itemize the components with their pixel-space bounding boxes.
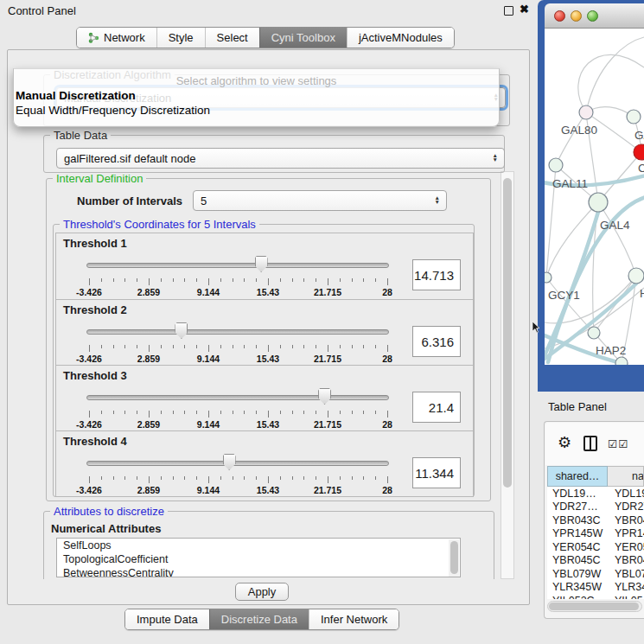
tab-discretize-data[interactable]: Discretize Data <box>209 609 309 629</box>
slider-tick-label: 28 <box>382 354 392 364</box>
slider-tick <box>220 345 221 348</box>
slider-tick <box>244 476 245 480</box>
list-scrollbar-thumb[interactable] <box>450 541 458 574</box>
apply-button[interactable]: Apply <box>235 583 289 601</box>
network-icon <box>88 32 99 43</box>
tab-label: Cyni Toolbox <box>271 31 335 44</box>
cyni-mode-tabbar: Impute DataDiscretize DataInfer Network <box>124 609 399 630</box>
slider-handle[interactable] <box>255 256 268 272</box>
slider-track[interactable] <box>86 395 389 400</box>
table-row[interactable]: YDL19…YDL19 <box>547 487 644 501</box>
column-header-shared-name[interactable]: shared… <box>547 466 608 487</box>
selected-red-node[interactable] <box>634 144 644 160</box>
threshold-value-field[interactable]: 14.713 <box>412 259 461 290</box>
popup-item-manual-discretization[interactable]: Manual Discretization <box>16 89 136 102</box>
slider-handle[interactable] <box>175 322 188 339</box>
columns-icon[interactable] <box>583 436 597 451</box>
slider-tick <box>303 278 304 282</box>
tab-jactivemnodules[interactable]: jActiveMNodules <box>347 28 454 48</box>
tab-cyni-toolbox[interactable]: Cyni Toolbox <box>259 28 347 48</box>
slider-tick <box>137 411 137 414</box>
fieldset-label: Threshold's Coordinates for 5 Intervals <box>60 218 259 231</box>
slider-tick <box>244 345 245 348</box>
tab-select[interactable]: Select <box>205 28 259 48</box>
table-scrollbar-thumb[interactable] <box>549 603 639 610</box>
slider-track[interactable] <box>86 329 389 335</box>
popup-placeholder-item[interactable]: Select algorithm to view settings <box>14 74 499 87</box>
list-scrollbar[interactable] <box>449 539 459 577</box>
right-node[interactable] <box>628 268 644 284</box>
close-icon[interactable]: ✖ <box>520 3 529 16</box>
threshold-value-field[interactable]: 6.316 <box>412 326 461 357</box>
cell-shared-name: YIL052C <box>547 595 608 599</box>
slider-tick <box>292 345 293 348</box>
threshold-row-1: Threshold 1-3.4262.8599.14415.4321.71528… <box>56 233 473 299</box>
threshold-value-field[interactable]: 11.344 <box>412 457 461 488</box>
interval-definition-fieldset: Interval Definition Number of Intervals … <box>46 178 491 501</box>
cell-shared-name: YPR145W <box>547 527 608 539</box>
popup-item-equal-width-frequency[interactable]: Equal Width/Frequency Discretization <box>16 104 210 117</box>
top-right-node[interactable] <box>627 110 641 124</box>
table-row[interactable]: YBR045CYBR04 <box>547 554 644 568</box>
slider-tick-label: 21.715 <box>314 354 341 364</box>
GAL11-node[interactable] <box>549 158 563 172</box>
numerical-attributes-list[interactable]: SelfLoopsTopologicalCoefficientBetweenne… <box>56 538 461 577</box>
threshold-value-field[interactable]: 21.4 <box>412 392 461 423</box>
slider-tick <box>352 411 353 414</box>
table-data-combobox[interactable]: galFiltered.sif default node ▲▼ <box>56 148 505 169</box>
slider-tick <box>208 278 209 285</box>
table-row[interactable]: YBR043CYBR04 <box>547 513 644 527</box>
attribute-list-item[interactable]: SelfLoops <box>57 539 460 552</box>
slider-track[interactable] <box>86 263 389 268</box>
tab-label: jActiveMNodules <box>359 31 443 44</box>
threshold-rows: Threshold 1-3.4262.8599.14415.4321.71528… <box>55 233 474 497</box>
slider-track[interactable] <box>86 461 389 466</box>
cell-name: YBL07 <box>608 568 644 580</box>
slider-tick <box>363 278 364 282</box>
gear-icon[interactable]: ⚙ <box>558 435 571 450</box>
GCY1-node[interactable] <box>545 272 552 283</box>
close-window-button[interactable] <box>554 10 565 22</box>
slider-tick <box>173 476 174 480</box>
column-header-name[interactable]: na… <box>608 466 644 487</box>
table-row[interactable]: YDR27…YDR27 <box>547 501 644 514</box>
tab-infer-network[interactable]: Infer Network <box>309 609 399 629</box>
slider-tick <box>256 476 257 480</box>
cell-name: YER05 <box>608 541 644 553</box>
slider-tick <box>113 345 114 348</box>
network-window-titlebar[interactable] <box>545 3 644 29</box>
zoom-window-button[interactable] <box>587 10 598 22</box>
slider-tick <box>363 345 364 348</box>
slider-handle[interactable] <box>223 454 236 470</box>
float-window-icon[interactable] <box>504 6 513 16</box>
table-row[interactable]: YBL079WYBL07 <box>547 567 644 581</box>
attribute-list-item[interactable]: BetweennessCentrality <box>57 566 460 577</box>
slider-tick-label: 28 <box>382 419 392 430</box>
number-of-intervals-combobox[interactable]: 5 ▲▼ <box>193 190 447 211</box>
minimize-window-button[interactable] <box>571 10 582 22</box>
attribute-list-item[interactable]: TopologicalCoefficient <box>57 552 460 566</box>
table-row[interactable]: YIL052CYIL05 <box>547 594 644 599</box>
GAL4-node[interactable] <box>589 193 608 212</box>
threshold-row-4: Threshold 4-3.4262.8599.14415.4321.71528… <box>56 430 473 496</box>
tab-network[interactable]: Network <box>77 28 156 48</box>
table-row[interactable]: YLR345WYLR34 <box>547 581 644 595</box>
network-view-canvas[interactable]: GAL80GACGAL11GAL4GCY1HHAP2 <box>545 29 644 365</box>
settings-scrollbar-thumb[interactable] <box>503 178 512 488</box>
GAL80-node[interactable] <box>579 105 593 119</box>
select-columns-icon[interactable]: ☑☑ <box>608 437 628 450</box>
HAP2-node[interactable] <box>588 327 600 339</box>
settings-scrollbar[interactable] <box>501 171 514 579</box>
table-horizontal-scrollbar[interactable] <box>547 601 642 612</box>
tab-label: Select <box>217 31 248 44</box>
tab-impute-data[interactable]: Impute Data <box>125 609 209 629</box>
algorithm-dropdown-popup: Select algorithm to view settings Manual… <box>13 68 500 127</box>
slider-tick-label: 15.43 <box>257 485 279 495</box>
slider-tick <box>280 476 281 480</box>
table-row[interactable]: YPR145WYPR14 <box>547 527 644 541</box>
bottom-node[interactable] <box>615 357 628 365</box>
number-of-intervals-label: Number of Intervals <box>77 194 182 207</box>
table-row[interactable]: YER054CYER05 <box>547 540 644 554</box>
slider-handle[interactable] <box>318 388 331 405</box>
tab-style[interactable]: Style <box>156 28 205 48</box>
